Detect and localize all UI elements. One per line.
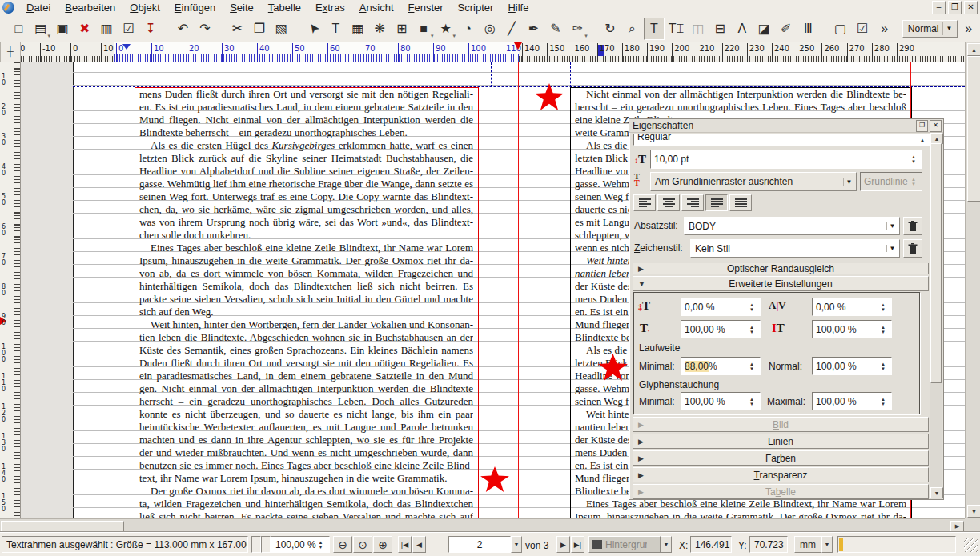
redo-button[interactable]: ↷ <box>195 18 215 40</box>
scroll-right-icon[interactable]: ▶ <box>950 521 964 532</box>
text-column-left[interactable]: mens Duden fließt durch ihren Ort und ve… <box>139 88 473 518</box>
menu-scripter[interactable]: Scripter <box>451 1 501 14</box>
insert-line-button[interactable]: ╱ <box>501 18 522 40</box>
toggle-frames-button[interactable]: ▢ <box>829 18 850 40</box>
open-document-button[interactable]: ▤▾ <box>30 18 50 40</box>
zoom-spinner[interactable]: ▲▼ <box>316 540 325 550</box>
new-document-button[interactable]: □ <box>8 18 29 40</box>
insert-table-button[interactable]: ⊞ <box>392 18 412 40</box>
panel-titlebar[interactable]: Eigenschaften ❐ ✕ <box>629 119 943 133</box>
glyph-min-field[interactable]: 100,00 % ▲▼ <box>681 392 761 410</box>
horizontal-scrollbar-thumb[interactable] <box>1 521 124 532</box>
align-force-justify-button[interactable] <box>729 194 752 211</box>
scroll-up-icon[interactable]: ▲ <box>930 133 943 144</box>
insert-shape-button[interactable]: ■▾ <box>413 18 434 40</box>
insert-calligraphy-button[interactable]: ✑▾ <box>567 18 588 40</box>
unit-dropdown-button[interactable]: ▼ <box>821 536 833 553</box>
measurements-button[interactable]: Λ <box>732 18 753 40</box>
insert-image-frame-button[interactable]: ▦ <box>347 18 368 40</box>
unlink-text-frames-button[interactable]: ⊟ <box>709 18 730 40</box>
panel-scrollbar-thumb[interactable] <box>930 143 942 383</box>
unit-selector[interactable]: mm <box>794 536 821 553</box>
tracking-min-field[interactable]: 88,00 % ▲▼ <box>681 357 761 375</box>
section-optical-margins[interactable]: ▶ Optischer Randausgleich <box>633 263 929 274</box>
panel-restore-icon[interactable]: ❐ <box>916 120 928 132</box>
insert-polygon-button[interactable]: ★▾ <box>435 18 456 40</box>
spinner[interactable]: ▲▼ <box>747 362 757 371</box>
link-text-frames-button[interactable]: ◫ <box>688 18 709 40</box>
align-center-button[interactable] <box>657 194 680 211</box>
menu-objekt[interactable]: Objekt <box>122 1 167 14</box>
export-pdf-button[interactable]: ↧ <box>140 18 161 40</box>
kerning-field[interactable]: 0,00 % ▲▼ <box>812 298 892 316</box>
menu-einfügen[interactable]: Einfügen <box>167 1 223 14</box>
copy-properties-button[interactable]: ◪ <box>753 18 774 40</box>
baseline-offset-field[interactable]: 0,00 % ▲▼ <box>681 298 761 316</box>
layer-selector[interactable]: Hintergrund <box>588 536 661 553</box>
align-justify-button[interactable] <box>705 194 728 211</box>
zoom-out-button[interactable]: ⊖ <box>333 536 352 553</box>
scale-width-field[interactable]: 100,00 % ▲▼ <box>681 320 761 338</box>
insert-freehand-button[interactable]: ✎ <box>545 18 566 40</box>
spinner[interactable]: ▲▼ <box>878 325 888 334</box>
toggle-checks-button[interactable]: ☑ <box>852 18 873 40</box>
last-page-button[interactable]: ▶| <box>571 536 584 553</box>
vertical-scrollbar-thumb[interactable] <box>967 56 980 202</box>
menu-tabelle[interactable]: Tabelle <box>261 1 308 14</box>
spinner[interactable]: ▲▼ <box>878 302 888 312</box>
font-style-combo[interactable]: Regular ▲ <box>633 134 931 146</box>
insert-arc-button[interactable]: ◔ <box>457 18 478 40</box>
zoom-button[interactable]: ⌕ <box>621 18 642 40</box>
first-line-indent-marker[interactable] <box>122 44 131 50</box>
spinner[interactable]: ▲▼ <box>747 397 757 406</box>
vertical-ruler[interactable]: 1 02 03 04 05 06 07 08 09 01 0 01 1 01 2… <box>0 62 21 518</box>
window-minimize-icon[interactable]: – <box>932 1 946 14</box>
align-right-button[interactable] <box>681 194 704 211</box>
print-document-button[interactable]: ▥ <box>96 18 117 40</box>
close-document-button[interactable]: ✖ <box>74 18 94 40</box>
edit-contents-button[interactable]: T <box>644 18 665 40</box>
resize-grip[interactable] <box>964 538 978 552</box>
spinner[interactable]: ▲▼ <box>747 302 757 312</box>
spinner[interactable]: ▲▼ <box>878 397 888 406</box>
font-size-field[interactable]: 10,00 pt ▲▼ <box>650 150 922 169</box>
window-restore-icon[interactable]: ❐ <box>948 1 962 14</box>
preflight-verifier-button[interactable]: ☑ <box>118 18 139 40</box>
guide-line[interactable] <box>74 62 74 518</box>
guide-line[interactable] <box>518 62 519 518</box>
menu-hilfe[interactable]: Hilfe <box>500 1 536 14</box>
scale-height-field[interactable]: 100,00 % ▲▼ <box>812 320 892 338</box>
eyedropper-button[interactable]: ✐ <box>775 18 796 40</box>
window-close-icon[interactable]: ✕ <box>964 1 978 14</box>
panel-scrollbar[interactable]: ▲ ▼ <box>930 133 942 498</box>
menu-datei[interactable]: Datei <box>19 1 58 14</box>
menu-bearbeiten[interactable]: Bearbeiten <box>58 1 122 14</box>
menu-seite[interactable]: Seite <box>223 1 261 14</box>
rotate-item-button[interactable]: ↻ <box>600 18 621 40</box>
character-style-combo[interactable]: Kein Stil ▼ <box>690 239 900 258</box>
scroll-up-icon[interactable]: ▲ <box>967 43 980 56</box>
tracking-normal-field[interactable]: 100,00 % ▲▼ <box>812 357 892 375</box>
cut-button[interactable]: ✂ <box>227 18 247 40</box>
save-document-button[interactable]: ▣ <box>52 18 73 40</box>
scroll-down-icon[interactable]: ▼ <box>967 505 980 518</box>
toolbar-overflow-button[interactable]: » <box>874 18 894 40</box>
scroll-down-icon[interactable]: ▼ <box>930 487 943 498</box>
page-number-field[interactable]: 2 <box>448 536 511 553</box>
panel-close-icon[interactable]: ✕ <box>930 120 942 132</box>
section-farben[interactable]: ▶Farben <box>633 450 929 466</box>
zoom-in-button[interactable]: ⊕ <box>373 536 392 553</box>
view-mode-selector[interactable]: Normal▼ <box>902 20 958 38</box>
insert-bezier-button[interactable]: ✒ <box>523 18 544 40</box>
select-item-button[interactable]: ➤ <box>303 18 324 40</box>
menu-extras[interactable]: Extras <box>308 1 352 14</box>
horizontal-scrollbar[interactable]: ▶ <box>0 518 965 532</box>
line-spacing-mode-combo[interactable]: Am Grundlinienraster ausrichten ▼ <box>650 172 857 191</box>
zoom-level-field[interactable]: 100,00 % ▲▼ <box>271 536 330 553</box>
font-style-spinner[interactable]: ▲ <box>918 138 927 142</box>
undo-button[interactable]: ↶ <box>172 18 193 40</box>
section-advanced-settings[interactable]: ▼ Erweiterte Einstellungen <box>633 276 929 291</box>
spinner[interactable]: ▲▼ <box>747 325 757 334</box>
toolbar-overflow-button-2[interactable]: » <box>958 18 978 40</box>
section-transparenz[interactable]: ▶Transparenz <box>633 467 929 482</box>
